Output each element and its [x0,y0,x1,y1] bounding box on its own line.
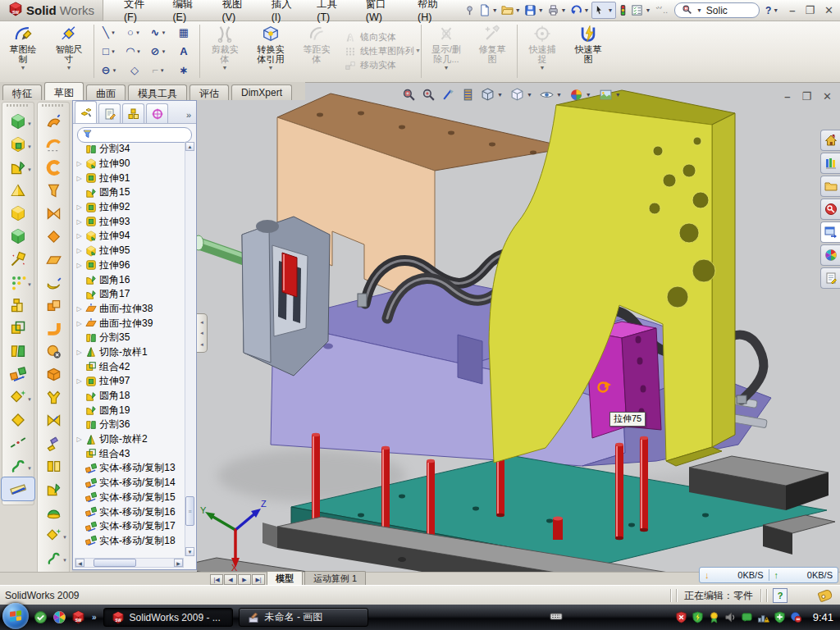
swept-surface-button[interactable] [37,110,70,133]
dropdown-caret-icon[interactable]: ▼ [111,30,116,35]
tree-item[interactable]: ▷曲面-拉伸38 [75,302,185,317]
save-button[interactable]: ▼ [523,2,546,18]
split-body-button[interactable] [2,340,34,363]
tree-item[interactable]: ▷拉伸97 [75,374,185,389]
zoom-fit-button[interactable] [402,88,416,102]
tree-horizontal-scrollbar[interactable]: ◀ ▶ [75,558,184,568]
model-slide-unit[interactable] [242,217,330,376]
sketch-tool-ellipse[interactable]: ⊘▼ [147,42,171,61]
lofted-surface-button[interactable] [37,179,70,202]
boundary-surface-button[interactable] [37,156,70,179]
tree-item[interactable]: 实体-移动/复制13 [75,461,185,476]
tab-模具工具[interactable]: 模具工具 [128,84,187,100]
offset-entities-button[interactable]: 等距实 体 [294,21,340,82]
expand-arrow-icon[interactable]: ▷ [75,436,83,443]
sketch-tool-select-box[interactable]: ▦ [171,23,196,42]
sync-blocked-tray[interactable] [790,611,802,623]
reference-axis-button[interactable] [2,431,34,454]
quick-snaps-button[interactable]: 快速捕 捉▼ [519,21,565,82]
linear-sketch-pattern-button[interactable]: 线性草图阵列 [345,45,414,57]
revolved-surface-button[interactable] [37,133,70,156]
sketch-tool-polygon[interactable]: ◇ [122,61,147,80]
dropdown-caret-icon[interactable]: ▼ [584,7,590,13]
dimxpert-manager-tab[interactable] [146,103,168,123]
curve-button[interactable]: ▼ [2,454,34,477]
expand-arrow-icon[interactable]: ▷ [75,320,83,327]
sketch-button[interactable]: 草图绘 制▼ [0,21,46,82]
dropdown-caret-icon[interactable]: ▼ [135,30,140,35]
dropdown-caret-icon[interactable]: ▼ [645,7,651,13]
surface-fillet-button[interactable] [37,477,70,500]
tree-item[interactable]: 分割35 [75,331,185,345]
tree-item[interactable]: 实体-移动/复制17 [75,519,185,534]
trim-surface-button[interactable] [37,386,70,409]
extruded-cut-button[interactable]: ▼ [2,133,34,156]
solidworks-shortcut-shortcut[interactable]: SW [71,610,85,624]
expand-arrow-icon[interactable]: ▷ [75,262,83,269]
tree-item[interactable]: ▷曲面-拉伸39 [75,316,185,331]
feature-manager-tab[interactable] [75,101,97,123]
menu-4[interactable]: 工具(T) [308,0,356,25]
dropdown-caret-icon[interactable]: ▼ [561,7,567,13]
reference-plane-button[interactable] [2,409,34,431]
dropdown-caret-icon[interactable]: ▼ [515,7,521,13]
appearances-scenes-tab[interactable] [820,244,840,266]
expand-arrow-icon[interactable]: ▷ [75,305,83,313]
status-help-button[interactable]: ? [773,588,788,603]
doc-nav-0[interactable]: |◀ [210,574,223,585]
tab-曲面[interactable]: 曲面 [86,84,126,100]
tree-item[interactable]: ▷拉伸96 [75,258,185,273]
dropdown-caret-icon[interactable]: ▼ [136,49,141,54]
expand-arrow-icon[interactable]: ▷ [75,232,83,240]
mirror-bodies-button[interactable] [2,294,34,317]
pin-button[interactable] [463,2,477,18]
help-button[interactable]: ?▼ [765,3,781,18]
taskbar-clock[interactable]: 9:41 [813,611,833,623]
tree-item[interactable]: 组合42 [75,359,185,374]
doc-tab-运动算例 1[interactable]: 运动算例 1 [304,571,366,586]
dropdown-caret-icon[interactable]: ▼ [497,92,503,98]
tab-DimXpert[interactable]: DimXpert [231,84,292,100]
tree-item[interactable]: ▷切除-放样1 [75,345,185,360]
graphics-viewport[interactable]: Y Z X ▼▼▼▼▼ – ❐ ✕ ◂◂◂ 拉伸75 [197,82,840,572]
sketch-tool-text[interactable]: A [171,42,196,61]
tree-item[interactable]: 圆角17 [75,287,185,302]
doc-close-button[interactable]: ✕ [823,90,832,103]
tree-item[interactable]: ▷切除-放样2 [75,432,185,447]
knit-surface-button[interactable] [37,431,70,454]
tree-item[interactable]: 分割36 [75,418,185,432]
convert-entities-button[interactable]: 转换实 体引用▼ [248,21,294,82]
menu-1[interactable]: 编辑(E) [163,0,212,25]
solidworks-resources-tab[interactable] [820,130,840,151]
menu-5[interactable]: 窗口(W) [357,0,409,25]
section-view-button[interactable] [461,88,475,102]
search-input[interactable]: Solic [706,5,728,16]
taskbar-task[interactable]: 未命名 - 画图 [239,608,368,627]
dropdown-caret-icon[interactable]: ▼ [586,92,591,98]
move-copy-body-button[interactable] [2,363,34,386]
menu-6[interactable]: 帮助(H) [409,0,459,25]
edit-appearance-button[interactable]: ▼ [569,88,593,102]
dropdown-caret-icon[interactable]: ▼ [538,7,544,13]
untrim-surface-button[interactable] [37,409,70,431]
sketch-tool-arc[interactable]: ◠▼ [122,42,147,61]
tree-item[interactable]: ▷拉伸94 [75,229,185,244]
scroll-left-button[interactable]: ◀ [75,559,84,567]
scroll-right-button[interactable]: ▶ [174,559,183,567]
media-shortcut[interactable] [52,610,66,624]
expand-arrow-icon[interactable]: ▷ [75,247,83,254]
display-delete-relations-button[interactable]: 显示/删 除几...▼ [423,21,469,82]
ruled-surface-button[interactable] [37,202,70,225]
taskbar-task[interactable]: SWSolidWorks 2009 - ... [103,608,233,627]
panel-splitter-handle[interactable]: ◂◂◂ [197,313,208,353]
tree-item[interactable]: 实体-移动/复制16 [75,504,185,519]
sketch-tool-sketch-fillet[interactable]: ⌐▼ [147,61,171,80]
tree-item[interactable]: 圆角16 [75,272,185,287]
traffic-button[interactable] [616,2,630,18]
quick-launch-overflow[interactable]: » [92,613,97,622]
start-button[interactable] [2,603,29,629]
doc-minimize-button[interactable]: – [784,90,790,103]
rapid-sketch-button[interactable]: 快速草 图 [565,21,611,82]
tree-item[interactable]: 实体-移动/复制15 [75,491,185,505]
tab-评估[interactable]: 评估 [189,84,229,100]
